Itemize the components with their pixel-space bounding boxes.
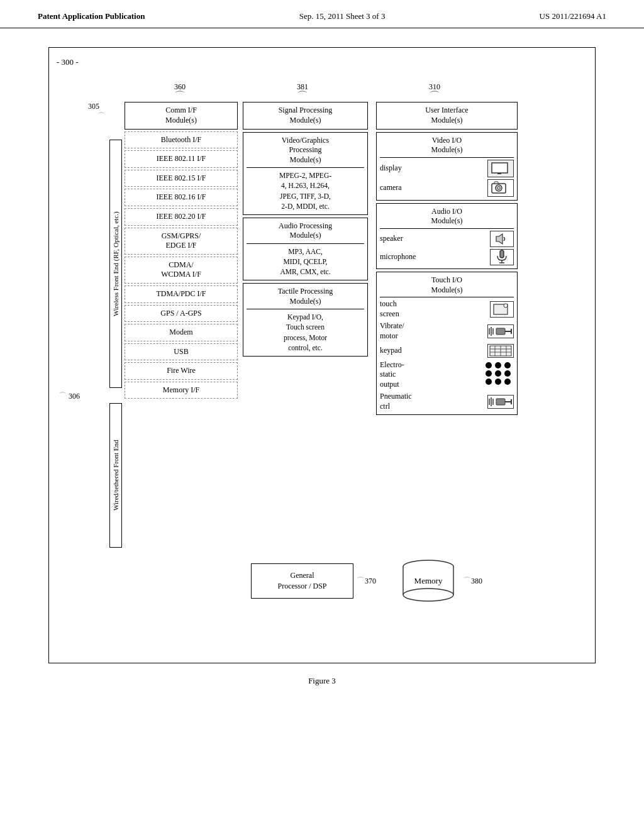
col2-video-section: Video/GraphicsProcessingModule(s) MPEG-2… bbox=[243, 132, 368, 215]
sidebar-wireless: Wireless Front End (RF, Optical, etc.) bbox=[109, 140, 122, 388]
keypad-svg bbox=[489, 345, 512, 357]
label-370: ⌒370 bbox=[357, 575, 376, 587]
touchscreen-label: touchscreen bbox=[380, 299, 399, 319]
col2-video-title: Video/GraphicsProcessingModule(s) bbox=[247, 136, 364, 169]
arrow-370: ⌒ bbox=[357, 576, 365, 585]
diagram: - 300 - 360 ⌒ 381 ⌒ 310 ⌒ 305 bbox=[48, 47, 596, 663]
col1-item-firewire: Fire Wire bbox=[125, 362, 238, 380]
diagram-container: - 300 - 360 ⌒ 381 ⌒ 310 ⌒ 305 bbox=[0, 35, 644, 699]
dot9 bbox=[504, 379, 511, 385]
col3-touchscreen-row: touchscreen bbox=[380, 299, 514, 319]
col1-item-ieee80220: IEEE 802.20 I/F bbox=[125, 208, 238, 226]
col3-audio-section: Audio I/OModule(s) speaker micr bbox=[376, 203, 518, 269]
arrow-360: ⌒ bbox=[123, 92, 236, 101]
col2-header: Signal ProcessingModule(s) bbox=[243, 102, 368, 129]
col3-pneumatic-row: Pneumaticctrl bbox=[380, 392, 514, 411]
arrow-381: ⌒ bbox=[236, 92, 369, 101]
col3-touch-title: Touch I/OModule(s) bbox=[380, 275, 514, 297]
col3-electrostatic-row: Electro-staticoutput bbox=[380, 360, 514, 390]
dot4 bbox=[486, 370, 492, 377]
col1-item-usb: USB bbox=[125, 343, 238, 361]
electrostatic-icon bbox=[484, 360, 514, 387]
col1-item-cdma: CDMA/WCDMA I/F bbox=[125, 257, 238, 284]
col3-video-section: Video I/OModule(s) display came bbox=[376, 132, 518, 201]
vibrate-icon bbox=[487, 324, 514, 338]
col2-audio-section: Audio ProcessingModule(s) MP3, AAC,MIDI,… bbox=[243, 218, 368, 280]
speaker-svg bbox=[494, 233, 510, 245]
col3-speaker-row: speaker bbox=[380, 231, 514, 247]
col3-audio-title: Audio I/OModule(s) bbox=[380, 207, 514, 229]
keypad-label: keypad bbox=[380, 346, 402, 355]
dot8 bbox=[495, 379, 501, 385]
col1: Comm I/FModule(s) Bluetooth I/F IEEE 802… bbox=[125, 102, 238, 548]
col3-keypad-row: keypad bbox=[380, 344, 514, 358]
label-380: ⌒380 bbox=[463, 575, 482, 587]
col2-audio-content: MP3, AAC,MIDI, QCELP,AMR, CMX, etc. bbox=[247, 246, 364, 277]
col3-header: User InterfaceModule(s) bbox=[376, 102, 518, 129]
col1-item-ieee80216: IEEE 802.16 I/F bbox=[125, 189, 238, 206]
arrow-310: ⌒ bbox=[369, 92, 501, 101]
header-center: Sep. 15, 2011 Sheet 3 of 3 bbox=[299, 11, 386, 21]
svg-rect-25 bbox=[496, 399, 505, 405]
dot3 bbox=[504, 362, 511, 368]
label-300: - 300 - bbox=[57, 57, 79, 67]
svg-marker-6 bbox=[496, 234, 502, 244]
svg-rect-0 bbox=[492, 163, 508, 173]
col1-item-gsm: GSM/GPRS/EDGE I/F bbox=[125, 228, 238, 255]
col1-item-gps: GPS / A-GPS bbox=[125, 305, 238, 323]
svg-point-11 bbox=[504, 304, 508, 307]
col1-header: Comm I/FModule(s) bbox=[125, 102, 238, 129]
pneumatic-svg bbox=[489, 396, 513, 407]
top-labels-row: 360 ⌒ 381 ⌒ 310 ⌒ bbox=[55, 82, 589, 101]
col1-item-modem: Modem bbox=[125, 324, 238, 341]
svg-rect-12 bbox=[496, 328, 505, 335]
mic-label: microphone bbox=[380, 252, 416, 262]
processor-container: GeneralProcessor / DSP ⌒370 bbox=[246, 563, 381, 599]
left-sidebar: 305 ⌒ Wireless Front End (RF, Optical, e… bbox=[58, 102, 125, 548]
sidebar-wired: Wired/tethered Front End bbox=[109, 403, 122, 548]
col2-video-content: MPEG-2, MPEG-4, H.263, H.264,JPEG, TIFF,… bbox=[247, 170, 364, 211]
col1-item-bluetooth: Bluetooth I/F bbox=[125, 131, 238, 149]
label-306: ⌒ 306 bbox=[58, 390, 80, 402]
col2: Signal ProcessingModule(s) Video/Graphic… bbox=[238, 102, 373, 548]
keypad-icon bbox=[487, 344, 514, 358]
processor-box: GeneralProcessor / DSP bbox=[251, 563, 353, 599]
memory-container: Memory ⌒380 bbox=[397, 557, 482, 604]
touchscreen-icon bbox=[490, 301, 514, 318]
col3: User InterfaceModule(s) Video I/OModule(… bbox=[373, 102, 521, 548]
col3-video-title: Video I/OModule(s) bbox=[380, 136, 514, 158]
figure-caption: Figure 3 bbox=[308, 676, 336, 686]
header-left: Patent Application Publication bbox=[38, 11, 145, 21]
svg-point-36 bbox=[403, 589, 453, 601]
display-svg bbox=[491, 162, 510, 175]
mic-icon bbox=[490, 249, 514, 265]
col2-tactile-content: Keypad I/O,Touch screenprocess, Motorcon… bbox=[247, 312, 364, 352]
memory-cylinder: Memory bbox=[397, 557, 460, 604]
dot5 bbox=[495, 370, 501, 377]
col1-item-tdma: TDMA/PDC I/F bbox=[125, 285, 238, 303]
arrow-380: ⌒ bbox=[463, 576, 471, 585]
col1-item-ieee80211: IEEE 802.11 I/F bbox=[125, 150, 238, 168]
col3-touch-section: Touch I/OModule(s) touchscreen bbox=[376, 272, 518, 416]
col2-audio-title: Audio ProcessingModule(s) bbox=[247, 221, 364, 244]
dot7 bbox=[486, 379, 492, 385]
label-305: 305 bbox=[88, 102, 99, 111]
pneumatic-label: Pneumaticctrl bbox=[380, 392, 412, 411]
svg-rect-5 bbox=[494, 182, 498, 184]
display-label: display bbox=[380, 163, 402, 173]
brace-306: ⌒ bbox=[58, 391, 67, 401]
camera-svg bbox=[491, 181, 510, 195]
col3-display-row: display bbox=[380, 160, 514, 177]
electrostatic-label: Electro-staticoutput bbox=[380, 360, 404, 390]
svg-point-4 bbox=[497, 186, 501, 189]
speaker-label: speaker bbox=[380, 234, 403, 243]
label-310-container: 310 ⌒ bbox=[369, 82, 501, 101]
vibrate-svg bbox=[489, 326, 513, 337]
pneumatic-icon bbox=[487, 395, 514, 409]
col2-tactile-section: Tactile ProcessingModule(s) Keypad I/O,T… bbox=[243, 283, 368, 357]
speaker-icon bbox=[490, 231, 514, 247]
header-right: US 2011/221694 A1 bbox=[540, 11, 606, 21]
mic-svg bbox=[496, 250, 508, 265]
svg-rect-7 bbox=[500, 250, 504, 258]
svg-rect-1 bbox=[497, 173, 501, 174]
